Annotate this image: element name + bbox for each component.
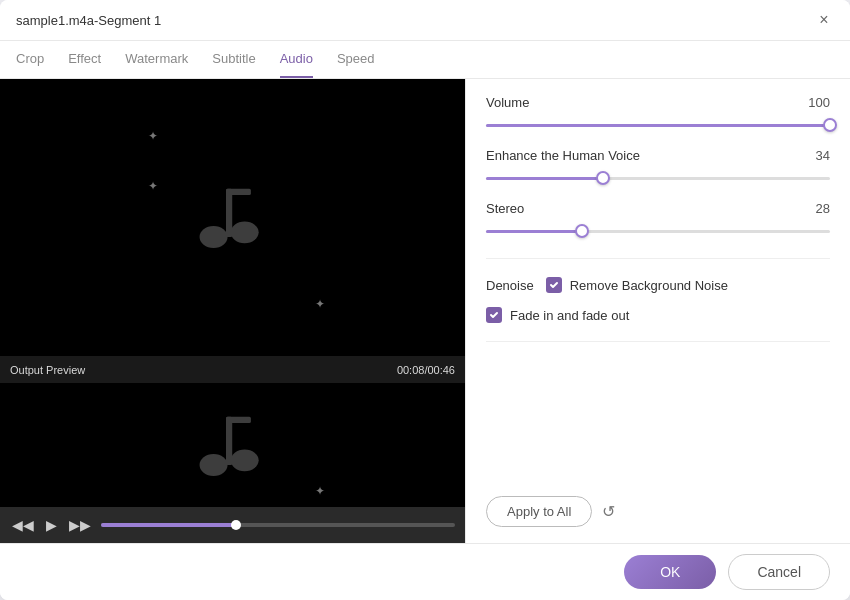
volume-label: Volume [486, 95, 529, 110]
sparkle-bottom-icon: ✦ [315, 297, 325, 311]
controls-bar: ◀◀ ▶ ▶▶ [0, 507, 465, 543]
svg-rect-6 [226, 416, 232, 464]
time-display: 00:08/00:46 [397, 364, 455, 376]
fade-checkbox[interactable] [486, 307, 502, 323]
enhance-control: Enhance the Human Voice 34 [486, 148, 830, 187]
tab-effect[interactable]: Effect [68, 41, 101, 78]
sparkle-bottom2-icon: ✦ [315, 484, 325, 498]
progress-bar[interactable] [101, 523, 455, 527]
music-icon-bottom [193, 409, 273, 482]
remove-bg-checkbox[interactable] [546, 277, 562, 293]
output-bar: Output Preview 00:08/00:46 [0, 357, 465, 383]
music-icon-top [193, 181, 273, 254]
tab-watermark[interactable]: Watermark [125, 41, 188, 78]
svg-rect-7 [226, 416, 251, 422]
tab-crop[interactable]: Crop [16, 41, 44, 78]
svg-point-0 [199, 226, 227, 248]
tab-subtitle[interactable]: Subtitle [212, 41, 255, 78]
remove-bg-label: Remove Background Noise [570, 278, 728, 293]
bottom-actions: Apply to All ↺ [486, 496, 830, 527]
svg-point-4 [199, 454, 227, 476]
cancel-button[interactable]: Cancel [728, 554, 830, 590]
tab-speed[interactable]: Speed [337, 41, 375, 78]
top-preview: ✦ ✦ [0, 79, 465, 357]
enhance-label: Enhance the Human Voice [486, 148, 640, 163]
svg-rect-2 [226, 189, 232, 237]
divider-1 [486, 258, 830, 259]
volume-fill [486, 124, 830, 127]
divider-2 [486, 341, 830, 342]
enhance-thumb[interactable] [596, 171, 610, 185]
stereo-value: 28 [800, 201, 830, 216]
ok-button[interactable]: OK [624, 555, 716, 589]
enhance-slider[interactable] [486, 169, 830, 187]
prev-button[interactable]: ◀◀ [10, 515, 36, 535]
window-title: sample1.m4a-Segment 1 [16, 13, 161, 28]
volume-value: 100 [800, 95, 830, 110]
reset-button[interactable]: ↺ [602, 502, 615, 521]
tab-bar: Crop Effect Watermark Subtitle Audio Spe… [0, 41, 850, 79]
preview-panel: ✦ ✦ Output Preview 00:08/00:46 ✦ [0, 79, 465, 543]
stereo-slider[interactable] [486, 222, 830, 240]
fade-row: Fade in and fade out [486, 307, 830, 323]
volume-control: Volume 100 [486, 95, 830, 134]
denoise-row: Denoise Remove Background Noise [486, 277, 830, 293]
audio-panel: Volume 100 Enhance the Human Voice 34 [465, 79, 850, 543]
close-button[interactable]: × [814, 10, 834, 30]
titlebar: sample1.m4a-Segment 1 × [0, 0, 850, 41]
stereo-fill [486, 230, 582, 233]
output-label: Output Preview [10, 364, 85, 376]
svg-point-5 [230, 449, 258, 471]
denoise-label: Denoise [486, 278, 534, 293]
svg-point-1 [230, 221, 258, 243]
sparkle-top-icon: ✦ [148, 179, 158, 193]
fade-label: Fade in and fade out [510, 308, 629, 323]
stereo-label: Stereo [486, 201, 524, 216]
bottom-preview: ✦ ✦ [0, 383, 465, 507]
progress-fill [101, 523, 236, 527]
progress-thumb[interactable] [231, 520, 241, 530]
tab-audio[interactable]: Audio [280, 41, 313, 78]
play-button[interactable]: ▶ [44, 515, 59, 535]
stereo-control: Stereo 28 [486, 201, 830, 240]
stereo-thumb[interactable] [575, 224, 589, 238]
enhance-value: 34 [800, 148, 830, 163]
main-content: ✦ ✦ Output Preview 00:08/00:46 ✦ [0, 79, 850, 543]
sparkle-top2-icon: ✦ [148, 129, 158, 143]
volume-slider[interactable] [486, 116, 830, 134]
apply-all-button[interactable]: Apply to All [486, 496, 592, 527]
svg-rect-3 [226, 189, 251, 195]
footer: OK Cancel [0, 543, 850, 600]
volume-thumb[interactable] [823, 118, 837, 132]
main-window: sample1.m4a-Segment 1 × Crop Effect Wate… [0, 0, 850, 600]
next-button[interactable]: ▶▶ [67, 515, 93, 535]
enhance-fill [486, 177, 603, 180]
